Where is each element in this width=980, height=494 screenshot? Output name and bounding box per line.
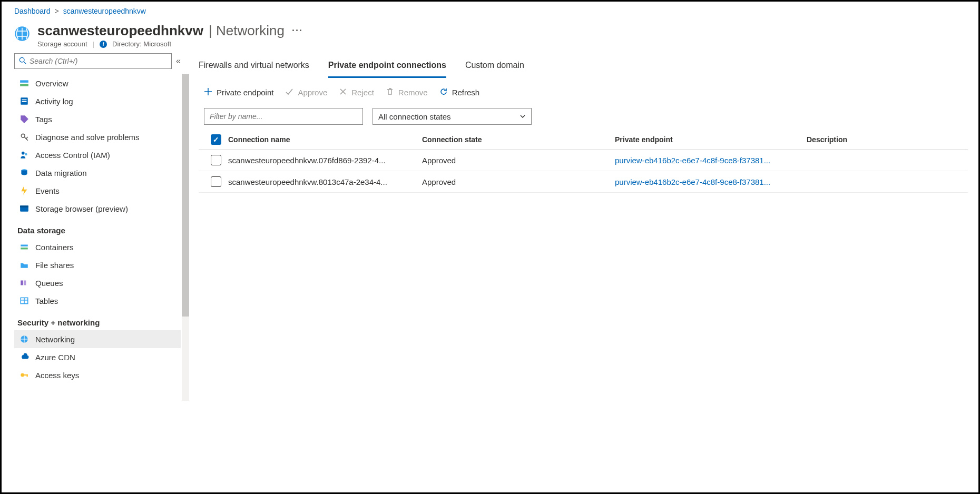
row-checkbox[interactable] — [211, 155, 221, 165]
svg-rect-13 — [20, 205, 28, 207]
sidebar-item-events[interactable]: Events — [14, 182, 181, 200]
chevron-down-icon — [520, 112, 526, 121]
tab-private-endpoint[interactable]: Private endpoint connections — [328, 55, 446, 78]
containers-icon — [19, 242, 29, 252]
access-keys-icon — [19, 370, 29, 380]
sidebar-item-storage-browser[interactable]: Storage browser (preview) — [14, 200, 181, 218]
sidebar-item-diagnose[interactable]: Diagnose and solve problems — [14, 128, 181, 146]
filter-by-name-input[interactable] — [204, 108, 363, 125]
page-section: Networking — [216, 23, 285, 38]
check-icon — [285, 87, 293, 97]
data-migration-icon — [19, 168, 29, 177]
svg-rect-7 — [22, 101, 27, 102]
sidebar: « Overview Activity log Tags Diagnose an… — [2, 53, 188, 489]
sidebar-item-label: File shares — [35, 261, 74, 270]
svg-point-9 — [22, 152, 25, 155]
sidebar-item-label: Activity log — [35, 97, 73, 106]
sidebar-scrollbar[interactable] — [182, 74, 189, 401]
sidebar-item-containers[interactable]: Containers — [14, 238, 181, 256]
sidebar-item-tags[interactable]: Tags — [14, 110, 181, 128]
connection-state-filter[interactable]: All connection states — [373, 108, 532, 125]
sidebar-item-queues[interactable]: Queues — [14, 274, 181, 292]
plus-icon — [204, 87, 212, 97]
sidebar-item-label: Tags — [35, 115, 52, 124]
x-icon — [339, 87, 347, 97]
directory-label: Directory: Microsoft — [112, 40, 171, 48]
sidebar-item-file-shares[interactable]: File shares — [14, 256, 181, 274]
tab-custom-domain[interactable]: Custom domain — [465, 55, 524, 78]
row-checkbox[interactable] — [211, 176, 221, 187]
svg-rect-15 — [21, 248, 28, 249]
trash-icon — [386, 87, 394, 97]
activity-log-icon — [19, 96, 29, 106]
info-icon[interactable]: i — [100, 41, 107, 48]
more-button[interactable]: ··· — [292, 25, 303, 36]
filter-select-value: All connection states — [378, 112, 451, 121]
sidebar-item-tables[interactable]: Tables — [14, 292, 181, 310]
svg-rect-14 — [21, 245, 28, 246]
tab-firewalls[interactable]: Firewalls and virtual networks — [199, 55, 309, 78]
svg-rect-24 — [27, 374, 28, 377]
cell-connection-name: scanwesteuropeedhnkvw.076fd869-2392-4... — [228, 156, 422, 165]
sidebar-item-data-migration[interactable]: Data migration — [14, 164, 181, 182]
table-row[interactable]: scanwesteuropeedhnkvw.8013c47a-2e34-4...… — [199, 171, 968, 193]
column-header-endpoint[interactable]: Private endpoint — [615, 135, 807, 144]
remove-button[interactable]: Remove — [386, 87, 428, 97]
networking-icon — [19, 334, 29, 344]
queues-icon — [19, 278, 29, 288]
collapse-sidebar-button[interactable]: « — [176, 56, 181, 66]
column-header-description[interactable]: Description — [807, 135, 968, 144]
refresh-button[interactable]: Refresh — [439, 87, 480, 97]
sidebar-item-label: Storage browser (preview) — [35, 204, 128, 213]
sidebar-item-label: Access keys — [35, 371, 79, 380]
refresh-icon — [439, 87, 448, 97]
sidebar-item-access-keys[interactable]: Access keys — [14, 366, 181, 384]
page-header: scanwesteuropeedhnkvw | Networking ··· S… — [2, 18, 978, 53]
toolbar: Private endpoint Approve Reject Remove R… — [199, 78, 968, 106]
sidebar-item-label: Azure CDN — [35, 353, 75, 362]
cell-private-endpoint-link[interactable]: purview-eb416b2c-e6e7-4c8f-9ce8-f37381..… — [615, 177, 807, 186]
cell-connection-state: Approved — [422, 177, 615, 186]
sidebar-item-azure-cdn[interactable]: Azure CDN — [14, 348, 181, 366]
column-header-state[interactable]: Connection state — [422, 135, 615, 144]
table-header: Connection name Connection state Private… — [199, 131, 968, 150]
diagnose-icon — [19, 132, 29, 142]
toolbar-label: Remove — [398, 88, 428, 97]
approve-button[interactable]: Approve — [285, 87, 327, 97]
svg-point-1 — [19, 57, 24, 62]
breadcrumb: Dashboard > scanwesteuropeedhnkvw — [2, 2, 978, 18]
search-input[interactable] — [30, 57, 167, 65]
svg-rect-3 — [20, 80, 28, 83]
add-private-endpoint-button[interactable]: Private endpoint — [204, 87, 273, 97]
iam-icon — [19, 150, 29, 160]
svg-line-2 — [24, 62, 26, 64]
sidebar-item-overview[interactable]: Overview — [14, 74, 181, 92]
toolbar-label: Approve — [298, 88, 327, 97]
table-row[interactable]: scanwesteuropeedhnkvw.076fd869-2392-4...… — [199, 150, 968, 171]
toolbar-label: Reject — [351, 88, 374, 97]
select-all-checkbox[interactable] — [211, 134, 221, 145]
toolbar-label: Refresh — [452, 88, 480, 97]
column-header-name[interactable]: Connection name — [228, 135, 422, 144]
breadcrumb-current[interactable]: scanwesteuropeedhnkvw — [63, 7, 146, 15]
sidebar-item-iam[interactable]: Access Control (IAM) — [14, 146, 181, 164]
tabs: Firewalls and virtual networks Private e… — [199, 53, 968, 78]
sidebar-item-networking[interactable]: Networking — [14, 330, 181, 348]
sidebar-item-label: Data migration — [35, 169, 87, 177]
svg-rect-4 — [20, 84, 28, 86]
cell-private-endpoint-link[interactable]: purview-eb416b2c-e6e7-4c8f-9ce8-f37381..… — [615, 156, 807, 165]
file-shares-icon — [19, 260, 29, 270]
sidebar-item-label: Containers — [35, 243, 74, 252]
svg-rect-6 — [22, 100, 27, 101]
storage-account-icon — [14, 26, 30, 42]
resource-type-label: Storage account — [37, 40, 87, 48]
svg-rect-16 — [21, 281, 23, 285]
reject-button[interactable]: Reject — [339, 87, 374, 97]
breadcrumb-root[interactable]: Dashboard — [14, 7, 51, 15]
sidebar-section-security: Security + networking — [14, 310, 181, 330]
sidebar-item-activity-log[interactable]: Activity log — [14, 92, 181, 110]
svg-rect-17 — [24, 281, 26, 285]
sidebar-item-label: Access Control (IAM) — [35, 151, 110, 160]
search-box[interactable] — [14, 53, 172, 69]
tags-icon — [19, 114, 29, 124]
